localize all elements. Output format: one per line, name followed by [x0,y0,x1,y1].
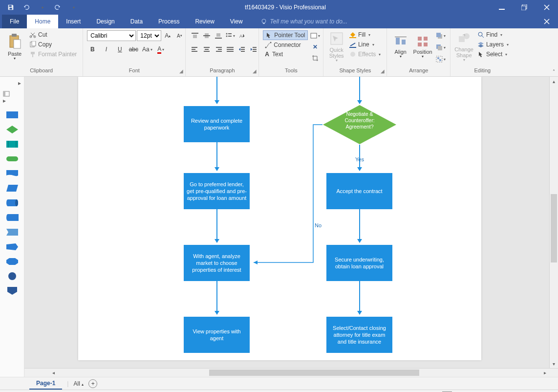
shape-data[interactable] [6,184,19,193]
scroll-left-arrow[interactable]: ◂ [49,370,58,375]
dialog-launcher-icon[interactable]: ◢ [381,68,385,74]
connector-arrow[interactable] [216,142,217,171]
flow-box-secure[interactable]: Secure underwriting, obtain loan approva… [326,245,392,281]
restore-button[interactable] [513,0,536,15]
increase-indent-button[interactable] [248,44,259,55]
undo-icon[interactable] [20,1,33,13]
shape-process[interactable] [6,110,19,119]
align-center-button[interactable] [201,44,212,55]
connector-arrow[interactable] [216,281,217,314]
tab-data[interactable]: Data [123,15,150,28]
drawing-page[interactable]: Review and complete paperwork Go to pref… [78,77,481,360]
change-case-button[interactable]: Aa [142,44,152,55]
tab-review[interactable]: Review [187,15,222,28]
flow-box-review[interactable]: Review and complete paperwork [184,106,250,142]
select-button[interactable]: Select [475,50,511,59]
vertical-scrollbar[interactable]: ▴ ▾ [549,77,558,368]
text-direction-button[interactable]: A [236,30,247,41]
page-tab-1[interactable]: Page-1 [29,378,62,390]
change-shape-button[interactable]: Change Shape▾ [454,30,473,65]
scroll-thumb[interactable] [551,194,557,262]
expand-shapes-icon[interactable]: ▸ [18,80,21,87]
scroll-right-arrow[interactable]: ▸ [540,370,549,375]
tell-me-search[interactable]: Tell me what you want to do... [251,15,347,28]
flow-box-view[interactable]: View properties with agent [184,317,250,353]
scroll-thumb[interactable] [209,370,419,376]
line-button[interactable]: Line [347,40,383,49]
collapse-ribbon-button[interactable]: ˄ [553,69,555,74]
justify-button[interactable] [225,44,236,55]
tab-file[interactable]: File [2,15,27,28]
copy-button[interactable]: Copy [27,40,79,49]
connector-no-branch[interactable] [250,124,328,265]
redo-icon[interactable] [51,1,64,13]
rectangle-tool-button[interactable] [310,30,321,41]
layers-button[interactable]: Layers [475,40,511,49]
shape-off-page-ref[interactable] [6,286,19,295]
bold-button[interactable]: B [87,44,98,55]
shape-decision[interactable] [6,125,19,134]
font-size-select[interactable]: 12pt. [137,30,161,41]
align-middle-button[interactable] [201,30,212,41]
shape-database[interactable] [6,198,19,207]
align-button[interactable]: Align▾ [391,30,410,65]
horizontal-scrollbar[interactable]: ◂ ▸ [24,368,558,377]
shape-external-data[interactable] [6,213,19,222]
connector-arrow[interactable] [359,209,360,242]
align-top-button[interactable] [190,30,200,41]
paste-button[interactable]: Paste▾ [4,30,25,65]
grow-font-button[interactable]: A▴ [162,30,173,41]
dialog-launcher-icon[interactable]: ◢ [179,68,183,74]
font-name-select[interactable]: Calibri [87,30,136,41]
tab-process[interactable]: Process [150,15,187,28]
align-bottom-button[interactable] [213,30,224,41]
flow-box-lender[interactable]: Go to preferred lender, get pre-qualifie… [184,173,250,209]
tab-home[interactable]: Home [27,15,58,28]
flow-box-accept[interactable]: Accept the contract [326,173,392,209]
scroll-up-arrow[interactable]: ▴ [550,77,558,86]
dialog-launcher-icon[interactable]: ◢ [253,68,257,74]
crop-tool-button[interactable] [310,53,321,64]
format-painter-button[interactable]: Format Painter [27,50,79,59]
connector-arrow[interactable] [359,77,360,104]
align-right-button[interactable] [213,44,224,55]
scroll-down-arrow[interactable]: ▾ [550,359,558,368]
shape-document[interactable] [6,169,19,178]
connection-point-tool-button[interactable]: ✕ [310,42,321,52]
send-back-button[interactable] [435,42,446,53]
shape-custom3[interactable] [6,257,19,266]
all-pages-button[interactable]: All ▴ [73,380,84,387]
group-shapes-button[interactable] [435,54,446,65]
stencil-toggle-icon[interactable]: ▸ [3,90,11,104]
close-button[interactable] [536,0,558,15]
shape-start-end[interactable] [6,154,19,163]
decrease-indent-button[interactable] [236,44,247,55]
undo-dropdown[interactable] [35,1,49,13]
italic-button[interactable]: I [101,44,111,55]
align-left-button[interactable] [190,44,200,55]
bring-front-button[interactable] [435,30,446,41]
underline-button[interactable]: U [114,44,125,55]
shape-custom1[interactable] [6,228,19,237]
add-page-button[interactable]: + [88,379,97,388]
save-icon[interactable] [4,1,18,13]
cut-button[interactable]: Cut [27,30,79,39]
shape-custom2[interactable] [6,242,19,251]
bullets-button[interactable] [225,30,236,41]
shape-subprocess[interactable] [6,140,19,149]
flow-box-attorney[interactable]: Select/Contact closing attorney for titl… [326,317,392,353]
close-document-button[interactable] [536,15,558,28]
minimize-button[interactable] [491,0,513,15]
connector-arrow[interactable] [359,281,360,314]
font-color-button[interactable]: A [155,44,166,55]
shape-on-page-ref[interactable] [6,272,19,281]
strikethrough-button[interactable]: abc [128,44,139,55]
find-button[interactable]: Find [475,30,511,39]
fill-button[interactable]: Fill [347,30,383,39]
text-tool-button[interactable]: AText [263,50,307,59]
tab-view[interactable]: View [222,15,251,28]
connector-tool-button[interactable]: Connector [263,41,307,49]
quick-styles-button[interactable]: Quick Styles▾ [327,30,345,65]
connector-arrow[interactable] [216,209,217,242]
qat-customize-dropdown[interactable] [66,1,80,13]
